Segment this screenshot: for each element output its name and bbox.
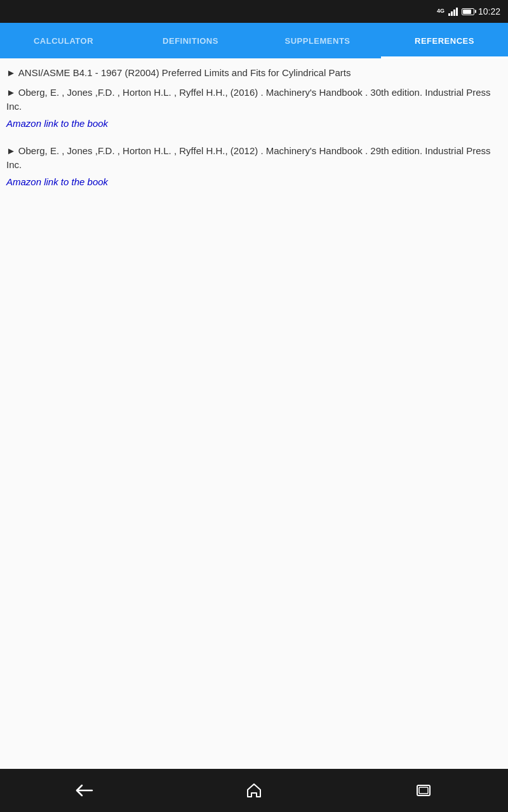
- network-badge: 4G: [437, 8, 444, 14]
- tab-definitions[interactable]: DEFINITIONS: [127, 23, 254, 58]
- arrow-icon-3: ►: [6, 145, 16, 156]
- back-button[interactable]: [65, 778, 104, 803]
- home-button[interactable]: [235, 778, 273, 803]
- svg-rect-1: [419, 787, 428, 794]
- reference-item-1: ►ANSI/ASME B4.1 - 1967 (R2004) Preferred…: [6, 66, 502, 81]
- arrow-icon-2: ►: [6, 87, 16, 98]
- recents-button[interactable]: [404, 778, 443, 803]
- battery-icon: [462, 8, 474, 15]
- status-bar: 4G 10:22: [0, 0, 508, 23]
- signal-icon: [448, 7, 458, 16]
- reference-item-2: ►Oberg, E. , Jones ,F.D. , Horton H.L. ,…: [6, 86, 502, 139]
- tab-references[interactable]: REFERENCES: [381, 23, 508, 58]
- status-bar-right: 4G 10:22: [437, 6, 500, 16]
- clock: 10:22: [478, 6, 500, 16]
- tab-calculator[interactable]: CALCULATOR: [0, 23, 127, 58]
- arrow-icon-1: ►: [6, 67, 16, 78]
- reference-text-2: ►Oberg, E. , Jones ,F.D. , Horton H.L. ,…: [6, 86, 502, 114]
- tab-supplements[interactable]: SUPPLEMENTS: [254, 23, 381, 58]
- amazon-link-1[interactable]: Amazon link to the book: [6, 118, 108, 129]
- content-area: ►ANSI/ASME B4.1 - 1967 (R2004) Preferred…: [0, 58, 508, 769]
- reference-text-3: ►Oberg, E. , Jones ,F.D. , Horton H.L. ,…: [6, 144, 502, 173]
- amazon-link-2[interactable]: Amazon link to the book: [6, 176, 108, 187]
- reference-text-1: ►ANSI/ASME B4.1 - 1967 (R2004) Preferred…: [6, 66, 502, 81]
- reference-item-3: ►Oberg, E. , Jones ,F.D. , Horton H.L. ,…: [6, 144, 502, 197]
- tab-bar: CALCULATOR DEFINITIONS SUPPLEMENTS REFER…: [0, 23, 508, 58]
- nav-bar: [0, 769, 508, 812]
